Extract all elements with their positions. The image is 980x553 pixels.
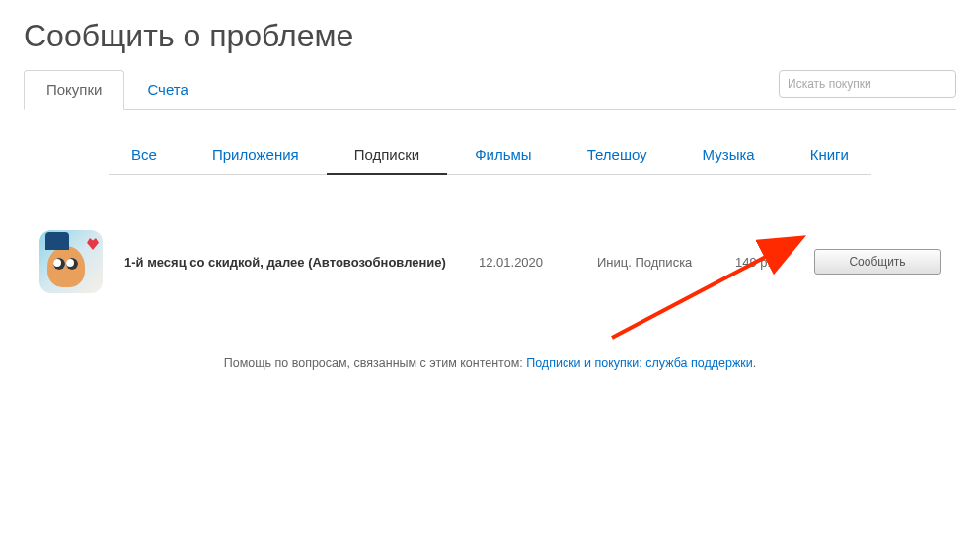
page-title: Сообщить о проблеме <box>0 0 980 70</box>
primary-tabs: Покупки Счета <box>24 70 211 110</box>
purchase-row: 1-й месяц со скидкой, далее (Автовозобно… <box>0 230 980 293</box>
subtab-subscriptions[interactable]: Подписки <box>327 138 448 175</box>
subtab-books[interactable]: Книги <box>783 138 876 175</box>
report-button[interactable]: Сообщить <box>814 249 941 275</box>
help-suffix: . <box>753 356 756 370</box>
sub-tabs: Все Приложения Подписки Фильмы Телешоу М… <box>109 138 871 175</box>
subtab-movies[interactable]: Фильмы <box>447 138 559 175</box>
subtab-all[interactable]: Все <box>104 138 185 175</box>
help-text: Помощь по вопросам, связанным с этим кон… <box>0 356 980 370</box>
search-input[interactable] <box>779 70 956 98</box>
item-type: Иниц. Подписка <box>597 255 735 270</box>
item-price: 149 р. <box>735 255 814 270</box>
item-name: 1-й месяц со скидкой, далее (Автовозобно… <box>103 255 479 270</box>
subtab-tvshows[interactable]: Телешоу <box>560 138 675 175</box>
tab-purchases[interactable]: Покупки <box>24 70 124 110</box>
subtab-music[interactable]: Музыка <box>675 138 783 175</box>
item-date: 12.01.2020 <box>479 255 597 270</box>
help-prefix: Помощь по вопросам, связанным с этим кон… <box>224 356 526 370</box>
app-icon <box>39 230 103 293</box>
help-link[interactable]: Подписки и покупки: служба поддержки <box>526 356 753 370</box>
subtab-apps[interactable]: Приложения <box>185 138 327 175</box>
search-wrap <box>779 70 956 98</box>
tab-invoices[interactable]: Счета <box>124 70 210 109</box>
